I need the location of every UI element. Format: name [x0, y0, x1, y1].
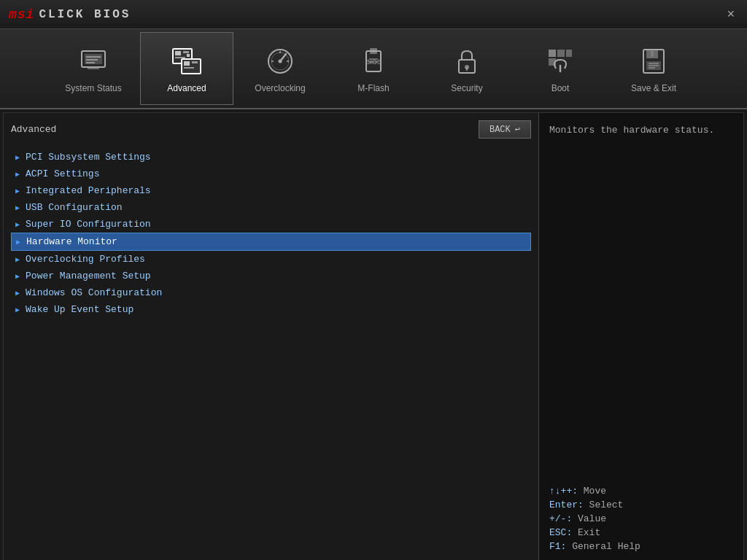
hint-key: +/-: — [549, 513, 578, 524]
svg-rect-10 — [175, 57, 185, 58]
menu-arrow-icon: ▶ — [15, 187, 20, 195]
svg-rect-9 — [183, 51, 189, 53]
security-icon — [449, 44, 484, 79]
menu-arrow-icon: ▶ — [15, 272, 20, 281]
save-exit-icon — [636, 44, 671, 79]
menu-item-label: ACPI Settings — [26, 168, 99, 179]
menu-item-label: USB Configuration — [26, 202, 123, 213]
menu-item-pci-subsystem[interactable]: ▶PCI Subsystem Settings — [11, 149, 531, 166]
nav-label-boot: Boot — [551, 83, 570, 93]
svg-rect-3 — [88, 67, 99, 69]
svg-rect-26 — [369, 58, 378, 60]
svg-point-19 — [279, 60, 282, 63]
right-panel: Monitors the hardware status. ↑↓++: Move… — [539, 113, 743, 560]
svg-rect-31 — [549, 50, 556, 57]
menu-item-power-management[interactable]: ▶Power Management Setup — [11, 268, 531, 284]
advanced-icon — [169, 44, 204, 79]
hint-key: F1: — [549, 541, 572, 552]
hint-item: ↑↓++: Move — [549, 486, 733, 497]
msi-logo: msi — [9, 7, 34, 22]
menu-item-overclocking-profiles[interactable]: ▶Overclocking Profiles — [11, 251, 531, 268]
left-panel: Advanced BACK ↩ ▶PCI Subsystem Settings▶… — [4, 113, 539, 560]
hint-desc: General Help — [572, 541, 640, 552]
nav-item-boot[interactable]: Boot — [514, 32, 607, 105]
svg-rect-13 — [184, 61, 190, 66]
back-button[interactable]: BACK ↩ — [479, 120, 531, 139]
nav-label-mflash: M-Flash — [357, 83, 389, 93]
svg-rect-33 — [566, 50, 572, 57]
menu-item-windows-os[interactable]: ▶Windows OS Configuration — [11, 284, 531, 301]
hint-desc: Move — [584, 486, 606, 497]
svg-rect-14 — [192, 61, 198, 63]
panel-title: Advanced — [11, 124, 56, 135]
description-text: Monitors the hardware status. — [549, 123, 733, 139]
nav-label-system-status: System Status — [65, 83, 121, 93]
panel-header: Advanced BACK ↩ — [11, 120, 531, 139]
svg-rect-11 — [187, 54, 190, 57]
nav-item-advanced[interactable]: Advanced — [140, 32, 233, 105]
menu-arrow-icon: ▶ — [15, 255, 20, 264]
svg-rect-30 — [466, 67, 468, 71]
nav-item-save-exit[interactable]: Save & Exit — [607, 32, 700, 105]
hint-key: ESC: — [549, 527, 578, 538]
nav-item-security[interactable]: Security — [420, 32, 514, 105]
menu-item-usb-config[interactable]: ▶USB Configuration — [11, 199, 531, 216]
menu-item-wake-up-event[interactable]: ▶Wake Up Event Setup — [11, 301, 531, 318]
hint-item: +/-: Value — [549, 513, 733, 524]
menu-arrow-icon: ▶ — [15, 289, 20, 298]
titlebar: msi CLICK BIOS × — [0, 0, 747, 29]
mflash-icon: BIOS — [356, 44, 391, 79]
system-status-icon — [76, 44, 111, 79]
main-content: Advanced BACK ↩ ▶PCI Subsystem Settings▶… — [3, 112, 744, 560]
svg-rect-8 — [175, 51, 181, 55]
menu-item-label: PCI Subsystem Settings — [26, 152, 151, 163]
hint-item: Enter: Select — [549, 499, 733, 510]
hint-desc: Value — [578, 513, 606, 524]
nav-item-mflash[interactable]: BIOS M-Flash — [327, 32, 420, 105]
close-button[interactable]: × — [724, 7, 738, 22]
menu-item-acpi-settings[interactable]: ▶ACPI Settings — [11, 166, 531, 182]
click-bios-title: CLICK BIOS — [39, 8, 131, 21]
nav-label-save-exit: Save & Exit — [631, 83, 676, 93]
menu-item-label: Super IO Configuration — [26, 219, 151, 230]
hint-desc: Select — [589, 499, 624, 510]
menu-arrow-icon: ▶ — [15, 153, 20, 162]
svg-rect-32 — [557, 50, 565, 57]
nav-label-overclocking: Overclocking — [255, 83, 305, 93]
overclocking-icon — [263, 44, 298, 79]
menu-item-super-io[interactable]: ▶Super IO Configuration — [11, 216, 531, 233]
svg-rect-27 — [369, 61, 378, 63]
nav-label-security: Security — [451, 83, 482, 93]
svg-rect-24 — [370, 48, 377, 54]
hint-item: ESC: Exit — [549, 527, 733, 538]
menu-arrow-icon: ▶ — [15, 220, 20, 229]
menu-item-label: Power Management Setup — [26, 271, 151, 281]
menu-item-label: Overclocking Profiles — [26, 254, 145, 265]
hint-item: F1: General Help — [549, 541, 733, 552]
menu-item-label: Hardware Monitor — [26, 236, 117, 247]
menu-item-label: Integrated Peripherals — [26, 185, 151, 196]
menu-list: ▶PCI Subsystem Settings▶ACPI Settings▶In… — [11, 149, 531, 318]
navbar: System Status Advanced — [0, 29, 747, 109]
svg-rect-37 — [651, 51, 654, 57]
menu-item-label: Windows OS Configuration — [26, 287, 162, 298]
logo-area: msi CLICK BIOS — [9, 7, 131, 22]
keyboard-hints: ↑↓++: MoveEnter: Select+/-: ValueESC: Ex… — [549, 486, 733, 552]
menu-arrow-icon: ▶ — [15, 306, 20, 314]
hint-desc: Exit — [578, 527, 600, 538]
hint-key: ↑↓++: — [549, 486, 584, 497]
boot-icon — [543, 44, 578, 79]
menu-arrow-icon: ▶ — [16, 238, 20, 246]
hint-key: Enter: — [549, 499, 589, 510]
menu-item-hardware-monitor[interactable]: ▶Hardware Monitor — [11, 233, 531, 251]
nav-label-advanced: Advanced — [167, 83, 206, 93]
svg-rect-15 — [184, 67, 194, 69]
menu-arrow-icon: ▶ — [15, 203, 20, 212]
nav-item-overclocking[interactable]: Overclocking — [233, 32, 327, 105]
menu-arrow-icon: ▶ — [15, 170, 20, 179]
menu-item-label: Wake Up Event Setup — [26, 304, 133, 315]
menu-item-integrated-peripherals[interactable]: ▶Integrated Peripherals — [11, 182, 531, 199]
nav-item-system-status[interactable]: System Status — [47, 32, 140, 105]
